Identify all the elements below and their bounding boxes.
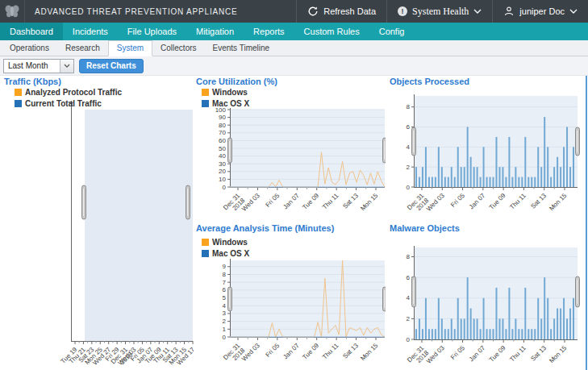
chart-legend: Analyzed Protocol TrafficCurrent Total T…: [15, 88, 122, 108]
y-axis-label: 5: [223, 294, 227, 301]
bar: [457, 298, 459, 339]
bar: [557, 309, 558, 339]
bar: [550, 329, 552, 339]
juniper-moth-logo-icon: [4, 3, 20, 19]
traffic-chart-panel: Traffic (Kbps) Analyzed Protocol Traffic…: [0, 76, 194, 370]
refresh-data-button[interactable]: Refresh Data: [296, 0, 386, 23]
bar: [537, 298, 539, 339]
bar: [550, 177, 552, 187]
x-axis-label: Mon 15: [548, 344, 569, 365]
bar: [521, 329, 523, 339]
objects-processed-chart-panel: Objects Processed 02468Dec 312018Wed 03F…: [386, 76, 586, 222]
bar: [566, 127, 568, 187]
bar: [518, 177, 519, 187]
x-axis-label: Jan 07: [468, 192, 487, 211]
range-slider-handle[interactable]: [228, 138, 232, 163]
subtab-events-timeline[interactable]: Events Timeline: [205, 40, 278, 56]
subtab-system[interactable]: System: [108, 40, 152, 56]
bar: [511, 329, 513, 339]
range-slider-handle[interactable]: [576, 276, 580, 307]
bar: [480, 177, 482, 187]
subtab-research[interactable]: Research: [57, 40, 108, 56]
range-slider-handle[interactable]: [412, 127, 416, 156]
range-slider-handle[interactable]: [228, 287, 232, 311]
bar: [537, 147, 539, 187]
legend-swatch-icon: [202, 100, 209, 107]
x-axis-label: Fri 05: [449, 344, 466, 361]
legend-item: Analyzed Protocol Traffic: [15, 88, 122, 97]
y-axis-label: 2: [407, 315, 411, 322]
chart-title: Traffic (Kbps): [4, 77, 61, 86]
bar: [432, 177, 433, 187]
bar: [528, 177, 529, 187]
malware-objects-chart-panel: Malware Objects 02468Dec 312018Wed 03Fri…: [386, 222, 586, 370]
range-slider-handle[interactable]: [576, 127, 580, 156]
x-axis-label: Fri 05: [264, 342, 281, 359]
nav-item-file-uploads[interactable]: File Uploads: [118, 23, 186, 40]
range-slider-handle[interactable]: [412, 276, 416, 307]
bar: [495, 137, 497, 187]
app-title: ADVANCED THREAT PREVENTION APPLIANCE: [25, 0, 237, 23]
nav-item-dashboard[interactable]: Dashboard: [0, 23, 63, 40]
legend-item: Windows: [202, 88, 249, 97]
x-axis-label: Jan 07: [281, 192, 301, 211]
x-axis-label: Thu 11: [321, 342, 340, 361]
subtab-operations[interactable]: Operations: [2, 40, 57, 56]
subtab-collectors[interactable]: Collectors: [152, 40, 204, 56]
legend-label: Current Total Traffic: [25, 99, 102, 108]
bar: [553, 167, 555, 187]
y-axis-label: 40: [219, 152, 226, 160]
bar: [544, 117, 545, 187]
x-axis-label: Jan 07: [281, 342, 301, 361]
bar: [415, 329, 417, 339]
bar: [493, 329, 494, 339]
bar: [461, 318, 462, 339]
x-axis-label: Tue 09: [488, 192, 507, 211]
core-utilization-chart-panel: Core Utilization (%) WindowsMac OS X 010…: [194, 76, 386, 222]
person-icon: [503, 6, 515, 17]
bar: [425, 298, 427, 339]
time-range-select[interactable]: Last Month: [3, 59, 74, 73]
chart-controls-row: Last Month Reset Charts: [0, 56, 588, 76]
system-health-menu[interactable]: ! System Health: [386, 0, 492, 23]
bar: [425, 147, 427, 187]
bar: [454, 177, 456, 187]
dashboard-subtabs: OperationsResearchSystemCollectorsEvents…: [0, 40, 588, 56]
x-axis-label: Sat 13: [341, 342, 360, 360]
bar: [438, 147, 440, 187]
x-axis-label: Sat 13: [529, 192, 548, 210]
bar: [573, 298, 574, 339]
range-slider-handle[interactable]: [82, 185, 86, 219]
bar: [415, 167, 417, 187]
y-axis-label: 4: [223, 302, 227, 310]
range-slider-handle[interactable]: [186, 185, 190, 219]
bar: [432, 329, 433, 339]
y-axis-label: 50: [219, 145, 226, 152]
bar: [524, 137, 526, 187]
y-axis-label: 0: [223, 184, 227, 191]
nav-item-reports[interactable]: Reports: [244, 23, 294, 40]
nav-item-mitigation[interactable]: Mitigation: [186, 23, 244, 40]
bar: [547, 147, 548, 187]
bar: [451, 167, 452, 187]
bar: [464, 167, 465, 187]
time-range-value: Last Month: [4, 61, 60, 70]
legend-item: Mac OS X: [202, 99, 249, 108]
bar: [498, 318, 500, 339]
bar: [467, 277, 469, 339]
top-header-bar: ADVANCED THREAT PREVENTION APPLIANCE Ref…: [0, 0, 588, 23]
juniper-logo: [0, 0, 25, 23]
user-menu[interactable]: juniper Doc: [492, 0, 588, 23]
nav-item-config[interactable]: Config: [369, 23, 415, 40]
nav-item-incidents[interactable]: Incidents: [63, 23, 118, 40]
nav-item-custom-rules[interactable]: Custom Rules: [294, 23, 369, 40]
bar: [505, 329, 507, 339]
y-axis-label: 1: [223, 326, 227, 333]
user-name: juniper Doc: [519, 6, 565, 16]
y-axis-label: 6: [223, 286, 227, 293]
reset-charts-button[interactable]: Reset Charts: [79, 59, 144, 73]
legend-item: Current Total Traffic: [15, 99, 122, 108]
bar: [515, 318, 516, 339]
bar: [528, 329, 529, 339]
bar: [483, 147, 485, 187]
